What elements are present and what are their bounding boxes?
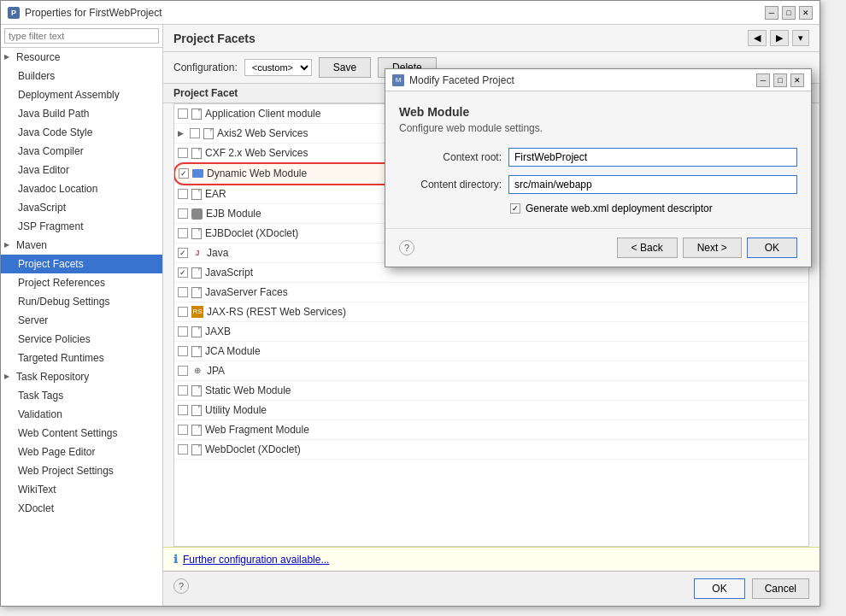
sidebar-item-java-build-path[interactable]: Java Build Path	[1, 104, 162, 123]
facet-static-web[interactable]: Static Web Module	[174, 381, 808, 401]
app-icon: P	[8, 7, 20, 19]
nav-forward-button[interactable]: ▶	[770, 30, 789, 46]
facet-checkbox-jaxrs[interactable]	[178, 307, 188, 317]
sidebar-item-web-project-settings[interactable]: Web Project Settings	[1, 461, 162, 480]
sidebar-item-project-facets[interactable]: Project Facets	[1, 255, 162, 273]
sidebar-item-server[interactable]: Server	[1, 311, 162, 330]
cancel-button[interactable]: Cancel	[752, 578, 809, 599]
generate-webxml-checkbox[interactable]	[510, 203, 520, 214]
sidebar-item-label: Builders	[18, 68, 55, 84]
window-title: Properties for FirstWebProject	[25, 7, 162, 19]
page-icon	[191, 444, 202, 455]
rest-icon: RS	[191, 306, 203, 318]
facet-checkbox-cxf[interactable]	[178, 148, 188, 158]
dialog-maximize-button[interactable]: □	[773, 73, 787, 87]
facet-checkbox-axis2[interactable]	[190, 128, 200, 138]
dialog-close-button[interactable]: ✕	[790, 73, 804, 87]
content-dir-input[interactable]	[508, 175, 797, 194]
facet-jsf[interactable]: JavaServer Faces	[174, 283, 808, 302]
facet-checkbox-static-web[interactable]	[178, 385, 188, 396]
dialog-minimize-button[interactable]: ─	[756, 73, 770, 87]
facet-checkbox-web-fragment[interactable]	[178, 425, 188, 435]
dialog-title-bar: M Modify Faceted Project ─ □ ✕	[385, 69, 811, 91]
facet-jpa[interactable]: ⊕ JPA	[174, 361, 808, 381]
facet-checkbox-ejb[interactable]	[178, 208, 188, 219]
dialog-next-button[interactable]: Next >	[683, 238, 742, 258]
sidebar-item-validation[interactable]: Validation	[1, 405, 162, 424]
sidebar-item-java-code-style[interactable]: Java Code Style	[1, 123, 162, 142]
facet-checkbox-dynamic-web[interactable]	[179, 168, 189, 179]
facet-jaxrs[interactable]: RS JAX-RS (REST Web Services)	[174, 302, 808, 322]
ok-button[interactable]: OK	[694, 578, 744, 599]
context-root-input[interactable]	[508, 148, 797, 167]
facet-jaxb[interactable]: JAXB	[174, 322, 808, 342]
minimize-button[interactable]: ─	[765, 6, 778, 20]
sidebar-item-label: Server	[18, 313, 48, 328]
dialog-ok-button[interactable]: OK	[747, 238, 797, 258]
sidebar-item-xdoclet[interactable]: XDoclet	[1, 499, 162, 518]
facet-jca[interactable]: JCA Module	[174, 342, 808, 361]
facet-utility[interactable]: Utility Module	[174, 401, 808, 420]
sidebar: ▶ Resource Builders Deployment Assembly …	[1, 25, 163, 606]
config-select[interactable]: <custom>	[244, 59, 312, 76]
facet-checkbox-ejbdoclet[interactable]	[178, 228, 188, 238]
sidebar-item-builders[interactable]: Builders	[1, 67, 162, 85]
facet-checkbox-webdoclet[interactable]	[178, 444, 188, 455]
sidebar-item-java-compiler[interactable]: Java Compiler	[1, 142, 162, 161]
context-root-label: Context root:	[399, 151, 502, 163]
sidebar-item-task-repository[interactable]: ▶ Task Repository	[1, 367, 162, 386]
sidebar-item-label: Task Tags	[18, 388, 63, 403]
facet-checkbox-ear[interactable]	[178, 189, 188, 199]
dialog-back-button[interactable]: < Back	[617, 238, 678, 258]
sidebar-item-javascript[interactable]: JavaScript	[1, 198, 162, 217]
sidebar-item-project-references[interactable]: Project References	[1, 273, 162, 292]
facet-web-fragment[interactable]: Web Fragment Module	[174, 420, 808, 440]
sidebar-item-service-policies[interactable]: Service Policies	[1, 330, 162, 349]
facet-checkbox-javascript[interactable]	[178, 267, 188, 278]
facet-webdoclet[interactable]: WebDoclet (XDoclet)	[174, 440, 808, 460]
info-bar: ℹ Further configuration available...	[163, 547, 820, 571]
page-icon	[191, 346, 202, 357]
facet-name: EJB Module	[206, 206, 261, 221]
facet-checkbox-jpa[interactable]	[178, 366, 188, 376]
facet-checkbox-jaxb[interactable]	[178, 326, 188, 337]
sidebar-item-javadoc-location[interactable]: Javadoc Location	[1, 179, 162, 198]
further-config-link[interactable]: Further configuration available...	[183, 554, 329, 566]
dialog-help-icon[interactable]: ?	[399, 240, 414, 255]
page-icon	[191, 287, 202, 298]
sidebar-item-label: Java Code Style	[18, 125, 92, 140]
nav-dropdown-button[interactable]: ▾	[792, 30, 809, 46]
nav-back-button[interactable]: ◀	[748, 30, 767, 46]
facet-checkbox-utility[interactable]	[178, 405, 188, 415]
page-icon	[203, 128, 214, 139]
facet-checkbox-jca[interactable]	[178, 346, 188, 356]
sidebar-item-deployment-assembly[interactable]: Deployment Assembly	[1, 85, 162, 104]
sidebar-item-maven[interactable]: ▶ Maven	[1, 236, 162, 255]
facet-checkbox-app-client[interactable]	[178, 109, 188, 119]
sidebar-item-jsp-fragment[interactable]: JSP Fragment	[1, 217, 162, 236]
maximize-button[interactable]: □	[782, 6, 796, 20]
sidebar-item-java-editor[interactable]: Java Editor	[1, 161, 162, 179]
filter-input[interactable]	[4, 28, 159, 44]
expand-arrow-icon: ▶	[178, 126, 186, 141]
dialog-title-text: Modify Faceted Project	[409, 74, 514, 86]
dialog-title-left: M Modify Faceted Project	[392, 74, 514, 86]
sidebar-item-web-content-settings[interactable]: Web Content Settings	[1, 424, 162, 443]
context-root-row: Context root:	[399, 148, 797, 167]
sidebar-item-resource[interactable]: ▶ Resource	[1, 48, 162, 67]
facet-checkbox-jsf[interactable]	[178, 287, 188, 297]
sidebar-item-run-debug[interactable]: Run/Debug Settings	[1, 292, 162, 311]
sidebar-item-task-tags[interactable]: Task Tags	[1, 386, 162, 405]
sidebar-item-targeted-runtimes[interactable]: Targeted Runtimes	[1, 349, 162, 367]
save-config-button[interactable]: Save	[319, 57, 371, 78]
facet-name: Application Client module	[205, 106, 320, 121]
close-button[interactable]: ✕	[799, 6, 813, 20]
facet-checkbox-java[interactable]	[178, 248, 188, 258]
sidebar-item-wikitext[interactable]: WikiText	[1, 480, 162, 499]
facet-name: JAXB	[205, 324, 231, 339]
content-dir-row: Content directory:	[399, 175, 797, 194]
sidebar-item-web-page-editor[interactable]: Web Page Editor	[1, 443, 162, 461]
help-icon[interactable]: ?	[173, 578, 189, 594]
sidebar-item-label: Project Facets	[18, 256, 84, 272]
dialog-bottom: ? < Back Next > OK	[385, 228, 811, 267]
